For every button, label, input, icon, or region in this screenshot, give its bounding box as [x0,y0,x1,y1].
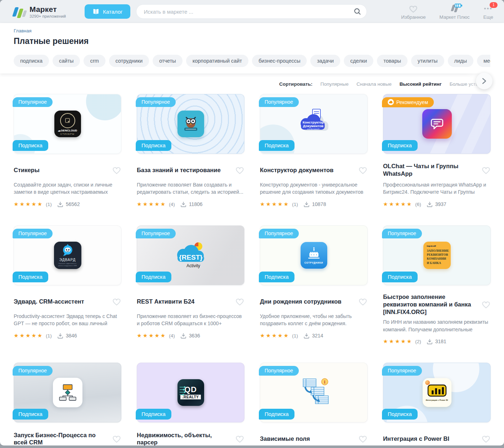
app-card[interactable]: Интеграция с Power BI Популярное Подписк… [383,363,491,445]
rating-stars: ★★★★★ [137,201,166,207]
search-input[interactable] [136,4,367,19]
popular-badge: Популярное [259,366,299,376]
favorite-button[interactable] [112,165,121,175]
favorite-button[interactable] [481,165,491,175]
catalog-button[interactable]: Каталог [85,4,131,19]
app-cover: Популярное Подписка [137,94,244,154]
promo-badge-label: Популярное [18,99,47,105]
favorite-button[interactable] [358,434,368,443]
filter-chip[interactable]: сделки [344,55,373,67]
heart-icon [235,297,244,306]
app-subtitle: 3290+ приложений [30,14,66,18]
recommended-badge: Рекомендуем [382,97,434,107]
app-cover: Интеграция с Power BI Популярное Подписк… [383,363,491,422]
breadcrumb[interactable]: Главная [14,28,490,33]
app-card[interactable]: Популярное Подписка База знаний и тестир… [137,94,244,207]
header-nav-market-plus[interactable]: Маркет Плюс [440,4,470,20]
market-plus-icon [452,4,458,14]
filter-chip[interactable]: бизнес-процессы [252,55,307,67]
app-title: Конструктор документов [260,166,333,174]
favorite-button[interactable] [358,165,368,175]
subscription-badge: Подписка [382,140,418,151]
catalog-book-icon [93,9,99,15]
rating-count: (1) [292,202,298,207]
filter-chip[interactable]: сотрудники [109,55,149,67]
filter-chip[interactable]: корпоративный сайт [186,55,248,67]
app-title: Стикеры [14,166,40,174]
filter-chip[interactable]: лиды [448,55,473,67]
app-card[interactable]: Рекомендуем Подписка OLChat — Чаты и Гру… [383,94,491,207]
app-card[interactable]: log in offЗАПОЛНЕНИЕРЕКВИЗИТОВКОМПАНИИИ … [383,225,491,345]
filter-chip[interactable]: задачи [310,55,340,67]
filter-chip[interactable]: мессенджеры [477,55,490,67]
sort-options: ПопулярныеСначала новыеВысокий рейтингБо… [320,81,491,87]
header-nav-label: Еще [483,14,493,20]
app-card[interactable]: QD.REALTY Подписка Недвижимость, объекты… [137,363,244,445]
app-title: Зависимые поля [260,435,310,443]
app-title: Маркет [30,5,66,14]
installs-icon [57,202,63,207]
app-rating: ★★★★★ (1) 3846 [14,332,121,339]
search-icon[interactable] [354,8,361,17]
svg-text:для Битрикс24: для Битрикс24 [307,128,319,130]
header-nav-label: Маркет Плюс [440,14,470,20]
subscription-badge: Подписка [259,140,294,151]
filter-chip[interactable]: отчеты [153,55,183,67]
installs-count: 10878 [312,201,326,207]
rating-stars: ★★★★★ [260,201,289,207]
filter-chip[interactable]: товары [377,55,408,67]
app-rating: ★★★★★ (1) 10878 [260,201,368,207]
app-description: Создавайте доски задач, списки и личные … [14,181,121,196]
favorite-button[interactable] [112,297,121,306]
filters-scroll-next-button[interactable] [476,73,492,89]
filter-chip[interactable]: утилиты [411,55,444,67]
installs-count: 56562 [66,201,80,207]
favorite-button[interactable] [358,297,368,306]
filter-chip[interactable]: crm [84,55,105,67]
app-cover: ☁GENCLOUDСТИКЕРЫ Популярное Подписка [14,94,121,154]
app-title: Интеграция с Power BI [383,435,449,443]
installs-count: 3214 [312,333,323,339]
popular-badge: Популярное [136,97,176,107]
favorite-button[interactable] [112,434,121,443]
filter-chips: подпискасайтыcrmсотрудникиотчетыкорпорат… [14,55,490,67]
market-logo[interactable]: Маркет 3290+ приложений [14,5,66,18]
promo-badge-label: Популярное [18,230,47,236]
promo-badge-label: Популярное [388,368,416,373]
svg-text:{REST}: {REST} [179,254,203,261]
filter-chip[interactable]: подписка [14,55,49,67]
favorite-button[interactable] [481,300,491,309]
market-logo-icon [14,7,26,18]
app-header: Маркет 3290+ приложений Каталог Избранно… [0,0,504,23]
installs-icon [180,333,186,339]
rating-stars: ★★★★★ [260,332,289,339]
favorite-button[interactable] [235,297,244,306]
sort-option[interactable]: Сначала новые [356,81,391,87]
chevron-right-icon [482,78,486,84]
header-nav-more[interactable]: •••Еще1 [483,4,493,20]
header-nav-favorites[interactable]: Избранное [401,4,426,20]
app-cover: СОТРУДНИКИ Популярное Подписка [260,225,368,285]
app-cover: КонструкторДокументовдля Битрикс24 Попул… [260,94,368,154]
app-card[interactable]: ЭДВАРДПовышает эффективностьработы сотру… [14,225,121,345]
favorite-button[interactable] [481,434,491,443]
apps-grid: ☁GENCLOUDСТИКЕРЫ Популярное Подписка Сти… [0,88,504,445]
heart-icon [481,166,491,174]
filter-chip[interactable]: сайты [53,55,80,67]
sort-option[interactable]: Высокий рейтинг [400,81,442,87]
app-card[interactable]: i Популярное Подписка Зависимые поля При… [260,363,368,445]
app-cover: Популярное Подписка [14,363,121,422]
app-card[interactable]: Популярное Подписка Запуск Бизнес-Процес… [14,363,121,445]
sort-option[interactable]: Популярные [320,81,348,87]
app-card[interactable]: КонструкторДокументовдля Битрикс24 Попул… [260,94,368,207]
popular-badge: Популярное [13,229,53,238]
notification-badge: 1 [490,2,498,8]
app-card[interactable]: СОТРУДНИКИ Популярное Подписка Дни рожде… [260,225,368,345]
sort-bar: Сортировать: ПопулярныеСначала новыеВысо… [0,73,504,88]
app-cover: QD.REALTY Подписка [137,363,244,422]
app-card[interactable]: ☁GENCLOUDСТИКЕРЫ Популярное Подписка Сти… [14,94,121,207]
promo-badge-label: Популярное [265,368,293,373]
app-card[interactable]: {REST}Activity Популярное Подписка REST … [137,225,244,345]
favorite-button[interactable] [235,165,244,175]
favorite-button[interactable] [235,434,244,443]
